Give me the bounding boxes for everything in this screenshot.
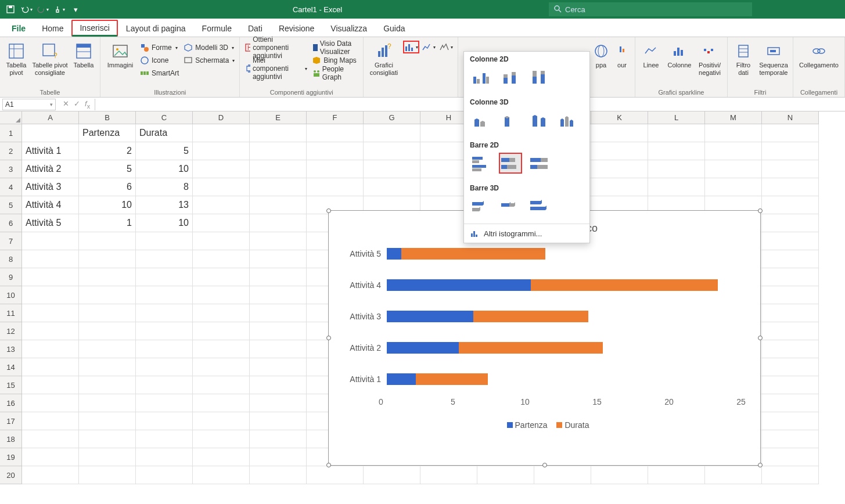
- cancel-icon[interactable]: ✕: [63, 99, 69, 110]
- touch-icon[interactable]: ▾: [52, 2, 66, 16]
- cell[interactable]: [250, 466, 307, 484]
- row-header[interactable]: 19: [0, 448, 22, 466]
- cell[interactable]: [762, 448, 819, 466]
- resize-handle[interactable]: [758, 336, 763, 340]
- col3d-4-icon[interactable]: [557, 110, 580, 131]
- bar-segment[interactable]: [401, 248, 545, 260]
- cell[interactable]: [364, 178, 420, 196]
- row-header[interactable]: 1: [0, 124, 22, 142]
- cell[interactable]: [136, 304, 193, 322]
- miei-addin-button[interactable]: Miei componenti aggiuntivi▾: [243, 63, 308, 74]
- cell[interactable]: [136, 358, 193, 376]
- column-header[interactable]: K: [591, 111, 648, 124]
- cell[interactable]: [79, 358, 136, 376]
- bar-segment[interactable]: [387, 248, 401, 260]
- cell[interactable]: [762, 466, 819, 484]
- cell[interactable]: [762, 250, 819, 268]
- cell[interactable]: [79, 466, 136, 484]
- cell[interactable]: [193, 448, 250, 466]
- cell[interactable]: [762, 178, 819, 196]
- cell[interactable]: [364, 124, 420, 142]
- row-header[interactable]: 3: [0, 160, 22, 178]
- tab-guida[interactable]: Guida: [375, 20, 413, 37]
- cell[interactable]: [22, 304, 79, 322]
- cell[interactable]: [22, 394, 79, 412]
- cell[interactable]: [136, 268, 193, 286]
- cell[interactable]: [22, 466, 79, 484]
- forme-button[interactable]: Forme▾: [139, 42, 180, 53]
- cell[interactable]: [250, 250, 307, 268]
- column-header[interactable]: B: [79, 111, 136, 124]
- cell[interactable]: [762, 286, 819, 304]
- bingmaps-button[interactable]: Bing Maps: [311, 55, 359, 66]
- cell[interactable]: [477, 466, 534, 484]
- cell[interactable]: [250, 304, 307, 322]
- cell[interactable]: 6: [79, 178, 136, 196]
- cell[interactable]: [762, 412, 819, 430]
- search-box[interactable]: [549, 2, 752, 16]
- row-header[interactable]: 5: [0, 196, 22, 214]
- clustered-column-icon[interactable]: [470, 67, 493, 88]
- sparkline-winloss-button[interactable]: Positivi/ negativi: [696, 39, 724, 77]
- images-button[interactable]: Immagini: [104, 39, 136, 69]
- tab-formule[interactable]: Formule: [194, 20, 240, 37]
- cell[interactable]: 8: [136, 178, 193, 196]
- column-header[interactable]: E: [250, 111, 307, 124]
- tab-inserisci[interactable]: Inserisci: [71, 20, 117, 37]
- cell[interactable]: [136, 412, 193, 430]
- row-header[interactable]: 8: [0, 250, 22, 268]
- resize-handle[interactable]: [326, 208, 331, 213]
- cell[interactable]: [79, 232, 136, 250]
- cell[interactable]: [136, 232, 193, 250]
- cell[interactable]: 1: [79, 214, 136, 232]
- cell[interactable]: [250, 412, 307, 430]
- bar-segment[interactable]: [387, 311, 473, 322]
- cell[interactable]: Attività 4: [22, 196, 79, 214]
- column-header[interactable]: N: [762, 111, 819, 124]
- cell[interactable]: [136, 466, 193, 484]
- column-header[interactable]: D: [193, 111, 250, 124]
- cell[interactable]: [307, 160, 364, 178]
- cell[interactable]: [762, 430, 819, 448]
- cell[interactable]: [193, 466, 250, 484]
- cell[interactable]: [534, 466, 591, 484]
- stacked100-column-icon[interactable]: [528, 67, 551, 88]
- schermata-button[interactable]: Schermata▾: [182, 55, 236, 66]
- recommended-charts-button[interactable]: ? Grafici consigliati: [367, 39, 401, 77]
- cell[interactable]: [193, 304, 250, 322]
- pivot-table-button[interactable]: Tabella pivot: [3, 39, 29, 77]
- slicer-button[interactable]: Filtro dati: [731, 39, 756, 77]
- cell[interactable]: [22, 322, 79, 340]
- cell[interactable]: [591, 124, 648, 142]
- cell[interactable]: [193, 268, 250, 286]
- sparkline-line-button[interactable]: Linee: [639, 39, 663, 69]
- cell[interactable]: [250, 448, 307, 466]
- chart-plot-area[interactable]: Attività 5Attività 4Attività 3Attività 2…: [329, 240, 760, 393]
- cell[interactable]: [79, 394, 136, 412]
- tab-visualizza[interactable]: Visualizza: [322, 20, 375, 37]
- bar-segment[interactable]: [387, 373, 416, 385]
- cell[interactable]: 10: [79, 196, 136, 214]
- cell[interactable]: [591, 142, 648, 160]
- cell[interactable]: [22, 232, 79, 250]
- cell[interactable]: [250, 268, 307, 286]
- column-header[interactable]: L: [648, 111, 705, 124]
- chart-legend[interactable]: Partenza Durata: [329, 411, 760, 439]
- cell[interactable]: [250, 232, 307, 250]
- cell[interactable]: [193, 178, 250, 196]
- cell[interactable]: [762, 304, 819, 322]
- stacked-column-icon[interactable]: [499, 67, 522, 88]
- cell[interactable]: 5: [136, 142, 193, 160]
- cell[interactable]: [705, 124, 762, 142]
- cell[interactable]: [79, 340, 136, 358]
- tab-revisione[interactable]: Revisione: [271, 20, 322, 37]
- line-chart-button[interactable]: ▾: [420, 41, 437, 53]
- bar3d-2-icon[interactable]: [499, 196, 522, 217]
- tab-file[interactable]: File: [3, 20, 34, 37]
- cell[interactable]: [136, 430, 193, 448]
- cell[interactable]: [250, 322, 307, 340]
- cell[interactable]: [307, 178, 364, 196]
- cell[interactable]: [250, 214, 307, 232]
- embedded-chart[interactable]: co Attività 5Attività 4Attività 3Attivit…: [328, 210, 761, 466]
- cell[interactable]: [193, 358, 250, 376]
